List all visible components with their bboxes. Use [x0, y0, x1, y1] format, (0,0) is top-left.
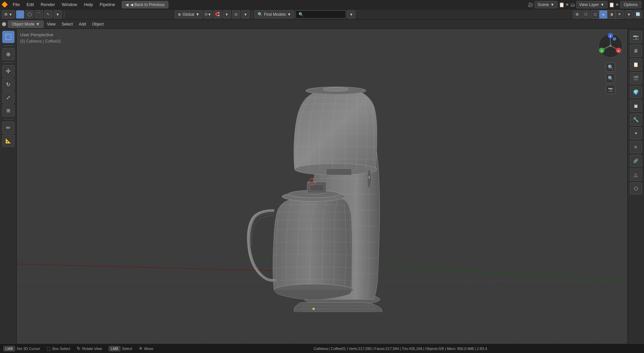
- menu-help[interactable]: Help: [80, 0, 96, 9]
- svg-line-14: [406, 264, 537, 344]
- menu-edit[interactable]: Edit: [23, 0, 37, 9]
- particles-props-btn[interactable]: ✦: [630, 127, 642, 139]
- select-lasso-tool-btn[interactable]: ⌒: [35, 10, 43, 18]
- view-layer-props-btn[interactable]: 📋: [630, 58, 642, 71]
- scene-icon-area: 📋 ✕: [559, 2, 569, 7]
- top-right-section: 🎥 Scene ▼ 📋 ✕ 🗂 View Layer ▼ 📋 ✕ Options: [528, 1, 644, 8]
- view-layer-label: View Layer: [579, 2, 599, 7]
- select-box-btn[interactable]: [2, 31, 14, 43]
- measure-btn[interactable]: 📐: [2, 135, 14, 147]
- menu-window[interactable]: Window: [58, 0, 80, 9]
- close-view-layer-icon[interactable]: ✕: [615, 2, 619, 7]
- material-icon: ⬡: [634, 186, 638, 191]
- select-circle-tool-btn[interactable]: ◯: [25, 10, 34, 18]
- physics-props-btn[interactable]: ⚛: [630, 141, 642, 153]
- svg-point-33: [313, 308, 315, 310]
- rotate-icon: ↻: [6, 81, 10, 88]
- shading-dropdown-btn[interactable]: ▼: [625, 10, 633, 18]
- cursor-btn[interactable]: ⊕: [2, 48, 14, 60]
- transform-orientation-btn[interactable]: ⊕ Global ▼: [175, 10, 203, 18]
- material-shading-btn[interactable]: ◑: [607, 10, 615, 18]
- data-props-btn[interactable]: △: [630, 169, 642, 181]
- copy-view-layer-icon[interactable]: 📋: [609, 2, 614, 7]
- search-input[interactable]: [296, 10, 346, 18]
- xray-toggle-btn[interactable]: ⬡: [582, 10, 590, 18]
- world-props-btn[interactable]: 🌍: [630, 86, 642, 98]
- viewport-overlays-btn[interactable]: ⊞: [573, 10, 581, 18]
- rendered-shading-btn[interactable]: ☀: [615, 10, 624, 18]
- pivot-point-btn[interactable]: ⊙ ▼: [204, 10, 212, 18]
- viewport[interactable]: User Perspective (5) Cafetera | Coffee01…: [17, 29, 627, 344]
- svg-line-2: [17, 264, 272, 271]
- menu-render[interactable]: Render: [37, 0, 58, 9]
- camera-view-btn[interactable]: 📷: [606, 85, 615, 94]
- viewport-mini-tools: 🔍 🔍 📷: [606, 62, 615, 94]
- close-scene-icon[interactable]: ✕: [566, 2, 569, 7]
- menu-file[interactable]: File: [9, 0, 23, 9]
- set-3d-cursor-label: Set 3D Cursor: [17, 347, 40, 351]
- back-to-previous-button[interactable]: ◀ ◀ Back to Previous: [122, 1, 168, 8]
- object-props-btn[interactable]: ◼: [630, 100, 642, 112]
- render-props-btn[interactable]: 📷: [630, 31, 642, 43]
- move-btn[interactable]: ✛: [2, 65, 14, 77]
- snap-settings-btn[interactable]: ▼: [223, 10, 231, 18]
- rotate-view-icon: ↻: [77, 346, 80, 351]
- constraints-btn[interactable]: 🔗: [630, 155, 642, 167]
- tweak-icon: ↖: [47, 12, 50, 16]
- prop-edit-settings-btn[interactable]: ▼: [241, 10, 250, 18]
- stats-display: Cafetera | Coffee01 | Verts:217,590 | Fa…: [314, 347, 487, 351]
- menu-pipeline[interactable]: Pipeline: [96, 0, 118, 9]
- select-box-tool-btn[interactable]: ⬚: [16, 10, 24, 18]
- rotate-btn[interactable]: ↻: [2, 78, 14, 90]
- header-add-item[interactable]: Add: [76, 20, 89, 28]
- workspace-selector[interactable]: ⊞ ▼: [2, 10, 15, 18]
- xray-icon: ⬡: [584, 12, 588, 16]
- solid-shading-btn[interactable]: ●: [599, 10, 607, 18]
- snapping-btn[interactable]: 🧲: [213, 10, 221, 18]
- transform-btn[interactable]: ⊞: [2, 104, 14, 117]
- object-mode-btn[interactable]: Object Mode ▼: [8, 20, 44, 28]
- view-layer-selector[interactable]: View Layer ▼: [576, 1, 607, 8]
- wireframe-shading-btn[interactable]: ◻: [591, 10, 599, 18]
- header-view-item[interactable]: View: [44, 20, 58, 28]
- options-button[interactable]: Options: [620, 1, 641, 8]
- svg-point-23: [294, 164, 377, 175]
- scene-props-btn[interactable]: 🎬: [630, 72, 642, 84]
- layers-props-icon: 📋: [633, 62, 639, 67]
- select-status: LMB Select: [109, 346, 132, 351]
- box-select-status: ⬚ Box Select: [47, 346, 70, 351]
- scale-btn[interactable]: ⤢: [2, 91, 14, 103]
- svg-line-13: [386, 264, 486, 344]
- tweak-tool-btn[interactable]: ↖: [44, 10, 52, 18]
- nav-gizmo[interactable]: Z X Y 🔍 🔍 📷: [597, 32, 624, 59]
- zoom-in-btn[interactable]: 🔍: [606, 62, 615, 72]
- set-3d-cursor-status: LMB Set 3D Cursor: [3, 346, 40, 351]
- proportional-edit-btn[interactable]: ◎: [232, 10, 240, 18]
- prop-settings-icon: ▼: [244, 12, 247, 16]
- select-extra-btn[interactable]: ▼: [54, 10, 62, 18]
- scene-selector[interactable]: Scene ▼: [535, 1, 557, 8]
- svg-line-5: [84, 264, 262, 344]
- cursor-icon: ⊕: [6, 51, 10, 57]
- gizmo-options-btn[interactable]: 🔄: [634, 10, 642, 18]
- copy-scene-icon[interactable]: 📋: [559, 2, 565, 7]
- view-layer-chevron-icon: ▼: [600, 2, 604, 7]
- svg-line-6: [134, 264, 272, 344]
- annotate-btn[interactable]: ✏: [2, 122, 14, 134]
- material-props-btn[interactable]: ⬡: [630, 182, 642, 194]
- box-select-icon-status: ⬚: [47, 346, 51, 351]
- snap-icon: 🧲: [215, 12, 220, 16]
- output-props-btn[interactable]: 🖥: [630, 45, 642, 57]
- modifier-props-btn[interactable]: 🔧: [630, 114, 642, 126]
- scene-info-label: (5) Cafetera | Coffee01: [20, 38, 61, 44]
- camera-properties-icon: 📷: [633, 34, 639, 40]
- header-select-item[interactable]: Select: [59, 20, 75, 28]
- find-models-btn[interactable]: 🔍 Find Models ▼: [255, 10, 294, 18]
- zoom-out-btn[interactable]: 🔍: [606, 74, 615, 83]
- search-dropdown-btn[interactable]: ▼: [347, 10, 355, 18]
- circle-select-icon: ◯: [28, 12, 32, 16]
- header-object-item[interactable]: Object: [89, 20, 106, 28]
- header-row: Object Mode ▼ View Select Add Object: [0, 19, 644, 29]
- rendered-icon: ☀: [618, 12, 621, 16]
- blender-logo[interactable]: 🔶: [0, 0, 9, 9]
